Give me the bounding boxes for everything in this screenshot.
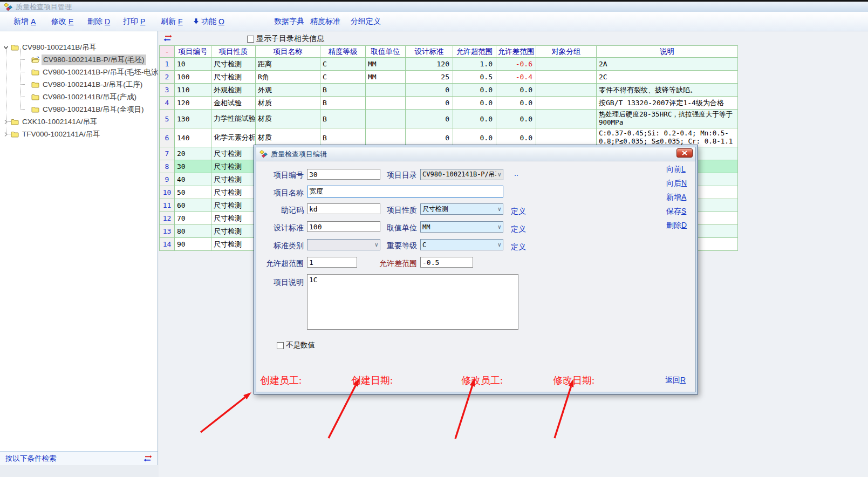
- cell-设计标准: 0: [406, 84, 453, 97]
- column-header-对象分组[interactable]: 对象分组: [536, 46, 597, 58]
- over-range-input[interactable]: [307, 257, 357, 268]
- column-header-允许超范围[interactable]: 允许超范围: [453, 46, 496, 58]
- cell-对象分组: [536, 58, 597, 71]
- tree-item-selected[interactable]: CV980-1002141B-P/吊耳(毛坯): [23, 53, 146, 66]
- cell-精度等级: B: [320, 97, 366, 110]
- table-row[interactable]: 2100尺寸检测R角CMM250.5-0.42C: [160, 71, 738, 84]
- cell-项目名称: 材质: [256, 110, 320, 128]
- dialog-nav-A-button[interactable]: 新增A: [666, 193, 686, 202]
- tree-item[interactable]: CV980-1002141B/吊耳(全项目): [23, 103, 146, 115]
- cell-对象分组: [536, 84, 597, 97]
- column-header-精度等级[interactable]: 精度等级: [320, 46, 366, 58]
- cell-对象分组: [536, 71, 597, 84]
- toolbar-button-D[interactable]: 删除D: [87, 17, 110, 26]
- column-header-说明[interactable]: 说明: [597, 46, 738, 58]
- std-category-dropdown[interactable]: ∨: [307, 239, 380, 250]
- description-textarea[interactable]: 1C: [307, 274, 518, 330]
- toolbar-menu-精度标准[interactable]: 精度标准: [310, 17, 340, 26]
- item-type-dropdown[interactable]: 尺寸检测∨: [420, 203, 503, 215]
- item-name-input[interactable]: [307, 186, 503, 197]
- cell-项目编号: 80: [175, 225, 211, 238]
- cell-取值单位: [366, 110, 406, 128]
- tree-item[interactable]: TFV000-1002141A/吊耳: [2, 128, 102, 140]
- toolbar-menu-数据字典[interactable]: 数据字典: [274, 17, 304, 26]
- column-header-取值单位[interactable]: 取值单位: [366, 46, 406, 58]
- cell-项目名称: 外观: [256, 84, 320, 97]
- toolbar-button-E[interactable]: 修改E: [51, 17, 73, 26]
- not-numeric-checkbox[interactable]: [277, 342, 284, 349]
- chevron-down-icon: ∨: [374, 241, 378, 248]
- tree-item[interactable]: CV980-1002141B-P/吊耳(毛坯-电泳漆): [23, 66, 170, 78]
- show-subdirectory-checkbox[interactable]: [247, 36, 254, 43]
- unit-define-link[interactable]: 定义: [511, 224, 526, 234]
- folder-open-icon: [31, 57, 40, 63]
- expand-open-icon[interactable]: [2, 45, 10, 50]
- cell-项目编号: 40: [175, 173, 211, 186]
- column-header-项目编号[interactable]: 项目编号: [175, 46, 211, 58]
- cell-项目编号: 50: [175, 186, 211, 199]
- design-std-input[interactable]: [307, 221, 380, 232]
- dialog-nav-L-button[interactable]: 向前L: [666, 165, 686, 174]
- return-button[interactable]: 返回R: [665, 376, 686, 385]
- expand-closed-icon[interactable]: [2, 132, 10, 137]
- column-header-row-marker[interactable]: -: [160, 46, 175, 58]
- swap-icon[interactable]: [143, 455, 152, 462]
- tree-item[interactable]: CV980-1002141B/吊耳(产成): [23, 91, 138, 103]
- tree-item[interactable]: CXK10-1002141A/吊耳: [2, 115, 99, 128]
- close-icon[interactable]: [676, 148, 693, 158]
- table-row[interactable]: 3110外观检测外观B00.00.0零件不得有裂纹、披锋等缺陷。: [160, 84, 738, 97]
- dialog-nav-D-button[interactable]: 删除D: [666, 221, 687, 230]
- cell-项目性质: 尺寸检测: [211, 147, 256, 160]
- column-header-项目名称[interactable]: 项目名称: [256, 46, 320, 58]
- cell-对象分组: [536, 97, 597, 110]
- cell-项目名称: 材质: [256, 97, 320, 110]
- mnemonic-input[interactable]: [307, 203, 380, 214]
- folder-icon: [11, 44, 19, 51]
- dialog-nav-S-button[interactable]: 保存S: [666, 207, 686, 216]
- cell-项目编号: 130: [175, 110, 211, 128]
- diff-range-input[interactable]: [420, 257, 473, 268]
- toolbar-button-O[interactable]: 功能O: [193, 17, 224, 26]
- swap-icon[interactable]: [163, 35, 172, 42]
- expand-closed-icon[interactable]: [2, 119, 10, 125]
- table-row[interactable]: 110尺寸检测距离CMM1201.0-0.62A: [160, 58, 738, 71]
- toolbar-button-A[interactable]: 新增A: [13, 17, 36, 26]
- cell-设计标准: 0: [406, 110, 453, 128]
- cell-项目性质: 力学性能试验: [211, 110, 256, 128]
- tree-item[interactable]: CV980-1002141B-J/吊耳(工序): [23, 78, 144, 91]
- cell-允许差范围: 0.0: [496, 110, 536, 128]
- description-label: 项目说明: [257, 278, 304, 288]
- importance-dropdown[interactable]: C∨: [420, 239, 503, 250]
- cell-项目性质: 尺寸检测: [211, 238, 256, 251]
- unit-dropdown[interactable]: MM∨: [420, 221, 503, 233]
- item-no-input[interactable]: [307, 169, 380, 180]
- column-header-项目性质[interactable]: 项目性质: [211, 46, 256, 58]
- item-dir-dropdown[interactable]: CV980-1002141B-P/吊耳(∨: [420, 169, 503, 180]
- cell-允许差范围: -0.4: [496, 71, 536, 84]
- item-type-define-link[interactable]: 定义: [511, 207, 526, 216]
- importance-define-link[interactable]: 定义: [511, 242, 526, 252]
- tree-item-label: CV980-1002141B-P/吊耳(毛坯-电泳漆): [41, 67, 170, 78]
- cell-项目性质: 尺寸检测: [211, 212, 256, 225]
- item-dir-more-button[interactable]: ..: [514, 169, 518, 178]
- dialog-nav-N-button[interactable]: 向后N: [666, 179, 687, 188]
- row-number: 13: [160, 225, 175, 238]
- app-icon: [4, 3, 12, 11]
- tree-item[interactable]: CV980-1002141B/吊耳: [2, 41, 98, 53]
- toolbar-menu-分组定义[interactable]: 分组定义: [351, 17, 381, 26]
- item-name-label: 项目名称: [257, 188, 304, 198]
- std-category-label: 标准类别: [257, 241, 304, 251]
- table-row[interactable]: 5130力学性能试验材质B00.00.0热处理后硬度28-35HRC，抗拉强度大…: [160, 110, 738, 128]
- toolbar-button-P[interactable]: 打印P: [123, 17, 145, 26]
- app-window: 质量检查项目管理 新增A修改E删除D打印P刷新F功能O数据字典精度标准分组定义 …: [0, 0, 868, 477]
- tree-panel: CV980-1002141B/吊耳CV980-1002141B-P/吊耳(毛坯)…: [0, 31, 158, 465]
- search-condition-toggle[interactable]: 按以下条件检索: [5, 454, 143, 464]
- row-number: 1: [160, 58, 175, 71]
- column-header-允许差范围[interactable]: 允许差范围: [496, 46, 536, 58]
- column-header-设计标准[interactable]: 设计标准: [406, 46, 453, 58]
- toolbar-button-F[interactable]: 刷新F: [161, 17, 183, 26]
- table-row[interactable]: 4120金相试验材质B00.00.0按GB/T 13320-2007评定1-4级…: [160, 97, 738, 110]
- cell-项目编号: 110: [175, 84, 211, 97]
- cell-允许超范围: 0.0: [453, 97, 496, 110]
- cell-项目编号: 30: [175, 160, 211, 173]
